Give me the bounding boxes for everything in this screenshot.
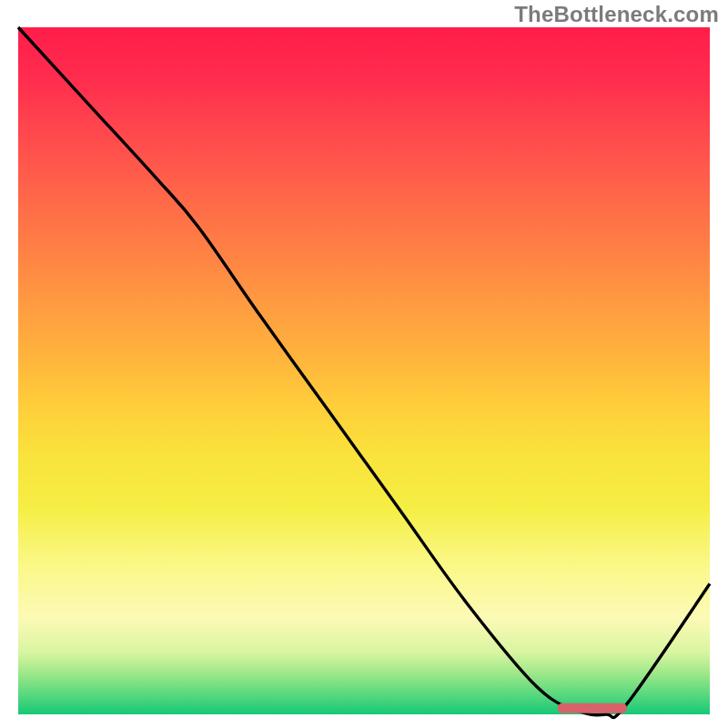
optimal-range-marker xyxy=(558,703,627,713)
line-chart-svg xyxy=(18,27,710,714)
plot-area xyxy=(18,27,710,714)
chart-container: TheBottleneck.com xyxy=(0,0,728,728)
watermark-text: TheBottleneck.com xyxy=(514,2,719,27)
performance-curve xyxy=(18,27,710,718)
